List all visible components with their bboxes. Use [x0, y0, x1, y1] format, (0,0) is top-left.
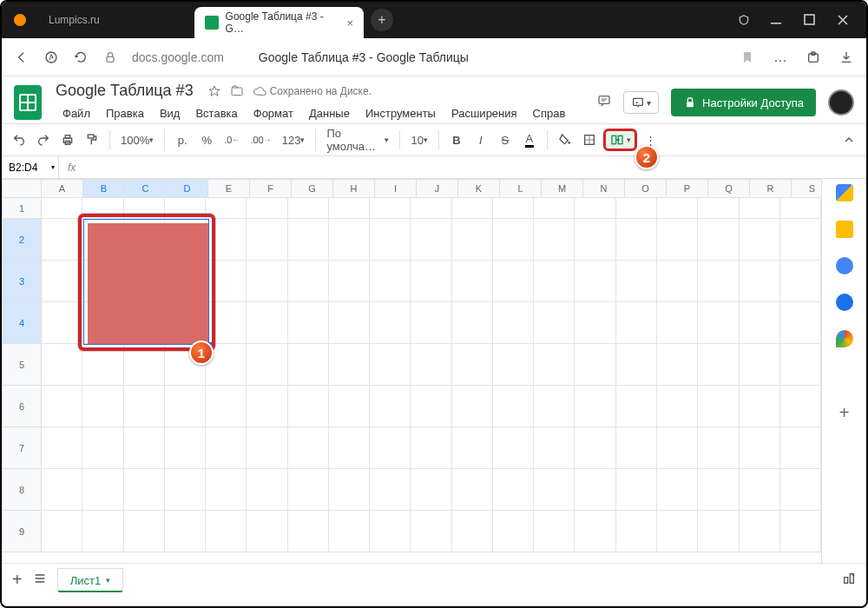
add-addon-icon[interactable]: + — [839, 403, 850, 423]
cell[interactable] — [534, 344, 575, 386]
cell[interactable] — [740, 386, 780, 427]
strike-button[interactable]: S — [495, 129, 516, 151]
cell[interactable] — [534, 302, 575, 344]
cell[interactable] — [657, 344, 698, 386]
spreadsheet-grid[interactable]: ABCDEFGHIJKLMNOPQRS 123456789 1 — [2, 179, 821, 563]
cell[interactable] — [657, 386, 698, 427]
cell[interactable] — [575, 261, 615, 302]
menu-data[interactable]: Данные — [302, 103, 357, 123]
cell[interactable] — [534, 511, 575, 552]
number-format-button[interactable]: 123▾ — [279, 129, 309, 151]
cell[interactable] — [698, 386, 739, 427]
text-color-button[interactable]: A — [519, 129, 540, 151]
cell[interactable] — [165, 469, 206, 511]
cell[interactable] — [288, 261, 329, 302]
cell[interactable] — [82, 469, 123, 511]
col-header[interactable]: L — [500, 179, 542, 198]
cell[interactable] — [411, 198, 451, 219]
cell[interactable] — [42, 219, 82, 261]
sync-icon[interactable] — [738, 14, 750, 26]
cell[interactable] — [247, 344, 287, 386]
cell[interactable] — [247, 427, 287, 469]
cell[interactable] — [42, 511, 82, 552]
cell[interactable] — [534, 261, 575, 302]
col-header[interactable]: H — [333, 179, 375, 198]
cell[interactable] — [780, 469, 821, 511]
more-icon[interactable]: … — [773, 50, 788, 65]
back-icon[interactable] — [14, 50, 30, 65]
cell[interactable] — [740, 469, 780, 511]
cell[interactable] — [616, 261, 657, 302]
cell[interactable] — [288, 469, 329, 511]
cell[interactable] — [370, 198, 411, 219]
tasks-icon[interactable] — [836, 257, 853, 274]
cell[interactable] — [411, 261, 451, 302]
cell[interactable] — [329, 427, 370, 469]
minimize-icon[interactable] — [771, 14, 783, 26]
cell[interactable] — [780, 511, 821, 552]
col-header[interactable]: J — [417, 179, 458, 198]
cell[interactable] — [534, 386, 575, 427]
cell[interactable] — [206, 511, 247, 552]
cell[interactable] — [165, 511, 206, 552]
menu-file[interactable]: Файл — [56, 103, 97, 123]
cell[interactable] — [206, 386, 247, 427]
close-window-icon[interactable] — [837, 14, 849, 26]
cell[interactable] — [740, 219, 780, 261]
add-sheet-button[interactable]: + — [12, 570, 23, 590]
cell[interactable] — [329, 261, 370, 302]
cell[interactable] — [616, 344, 657, 386]
calendar-icon[interactable] — [836, 184, 853, 202]
cell[interactable] — [329, 302, 370, 344]
cell[interactable] — [82, 427, 123, 469]
save-status[interactable]: Сохранено на Диске. — [253, 84, 372, 98]
cell[interactable] — [493, 219, 534, 261]
cell[interactable] — [452, 302, 493, 344]
cell[interactable] — [247, 219, 287, 261]
cell[interactable] — [288, 511, 329, 552]
cell[interactable] — [698, 198, 739, 219]
cell[interactable] — [698, 344, 739, 386]
col-header[interactable]: M — [542, 179, 583, 198]
cell[interactable] — [247, 469, 287, 511]
cell[interactable] — [780, 261, 821, 302]
cell[interactable] — [165, 386, 206, 427]
decrease-decimal-button[interactable]: .0← — [220, 129, 243, 151]
cell[interactable] — [370, 427, 411, 469]
cell[interactable] — [411, 511, 451, 552]
account-avatar[interactable] — [828, 89, 854, 116]
cell[interactable] — [329, 344, 370, 386]
cell[interactable] — [575, 198, 615, 219]
cell[interactable] — [493, 302, 534, 344]
row-header[interactable]: 9 — [2, 511, 42, 552]
cell[interactable] — [740, 198, 780, 219]
sheet-tab[interactable]: Лист1▾ — [57, 568, 123, 592]
cell[interactable] — [452, 427, 493, 469]
col-header[interactable]: K — [458, 179, 500, 198]
row-header[interactable]: 3 — [2, 261, 42, 302]
font-selector[interactable]: По умолча…▾ — [323, 129, 392, 151]
cell[interactable] — [288, 344, 329, 386]
cell[interactable] — [657, 219, 698, 261]
row-header[interactable]: 6 — [2, 386, 42, 427]
col-header[interactable]: R — [750, 179, 792, 198]
cell[interactable] — [288, 302, 329, 344]
cell[interactable] — [616, 386, 657, 427]
cell[interactable] — [452, 469, 493, 511]
cell[interactable] — [740, 344, 780, 386]
cell[interactable] — [657, 469, 698, 511]
cell[interactable] — [575, 302, 615, 344]
bold-button[interactable]: B — [446, 129, 467, 151]
cell[interactable] — [780, 198, 821, 219]
cell[interactable] — [124, 386, 165, 427]
cell[interactable] — [42, 386, 82, 427]
cell[interactable] — [247, 511, 287, 552]
cell[interactable] — [616, 302, 657, 344]
cell[interactable] — [493, 344, 534, 386]
cell[interactable] — [452, 344, 493, 386]
col-header[interactable]: O — [625, 179, 667, 198]
cell[interactable] — [370, 511, 411, 552]
cell[interactable] — [616, 469, 657, 511]
cell[interactable] — [42, 344, 82, 386]
redo-button[interactable] — [33, 129, 54, 151]
